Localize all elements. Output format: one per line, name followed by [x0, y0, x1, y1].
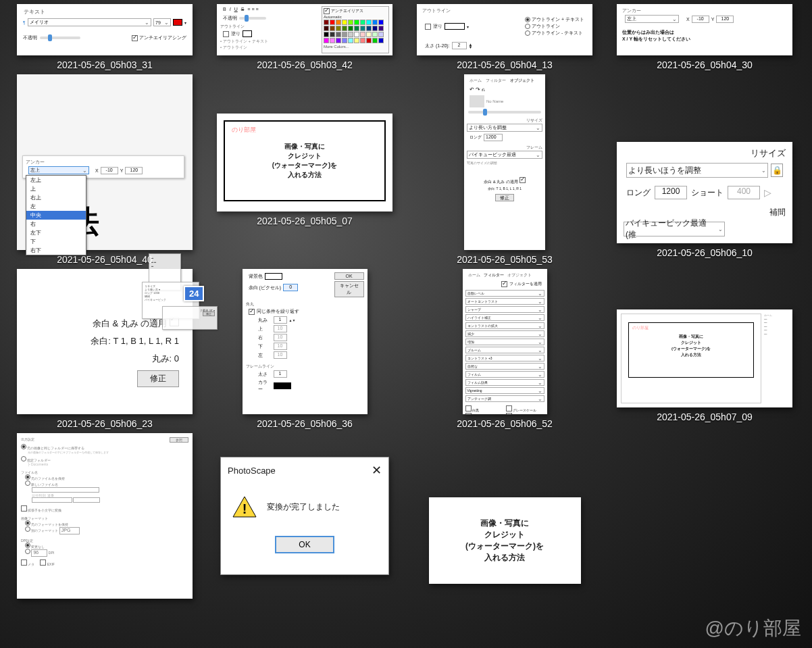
- thumbnail-caption: 2021-05-26_05h06_52: [457, 418, 553, 429]
- filter-item[interactable]: ハイライト補正: [465, 314, 544, 321]
- anchor-dropdown[interactable]: 左上上右上左 中央 右左下下右下: [26, 175, 86, 255]
- cancel-button[interactable]: キャンセル: [334, 281, 364, 297]
- warning-icon: !: [232, 495, 257, 518]
- thickness-input[interactable]: 2: [452, 42, 467, 49]
- thumbnail-caption: 2021-05-26_05h03_31: [57, 59, 153, 70]
- filter-item[interactable]: コントラスト +3: [465, 355, 544, 362]
- thumbnail-cell[interactable]: 余白 & 丸み の適用 余白: T 1, B 1, L 1, R 1 丸み: 0…: [7, 269, 203, 429]
- thumbnail-cell[interactable]: 画像・写真に クレジット (ウォーターマーク)を 入れる方法: [407, 433, 603, 599]
- aa-checkbox[interactable]: [132, 35, 138, 41]
- filter-item[interactable]: フィルム効果: [465, 379, 544, 386]
- filter-item[interactable]: 自然な: [465, 363, 544, 370]
- opacity-slider[interactable]: [40, 36, 80, 39]
- thumbnail-cell[interactable]: のり部屋 画像・写真に クレジット (ウォーターマーク)を 入れる方法 2021…: [207, 74, 403, 265]
- thumbnail-cell[interactable]: し 法 アンカー 左上 X -10 Y 120 左上上右上左 中央 右左下下右下…: [7, 74, 203, 265]
- thumbnail-caption: 2021-05-26_05h03_42: [257, 59, 353, 70]
- filter-item[interactable]: 減少: [465, 330, 544, 337]
- filter-item[interactable]: アンティーク調: [465, 395, 544, 402]
- filter-item[interactable]: コントラストの拡大: [465, 322, 544, 329]
- filter-item[interactable]: シャープ: [465, 306, 544, 313]
- close-icon[interactable]: ✕: [372, 463, 382, 478]
- filter-item[interactable]: オートコントラスト: [465, 298, 544, 305]
- thumbnail-cell[interactable]: のり部屋 画像・写真にクレジット (ウォーターマーク)を入れる方法 ホーム━━━…: [607, 269, 803, 429]
- thumbnail-caption: 2021-05-26_05h06_36: [257, 418, 353, 429]
- anchor-select[interactable]: 左上: [625, 15, 679, 23]
- thumbnail-cell[interactable]: PhotoScape ✕ ! 変換が完了しました OK: [207, 433, 403, 599]
- thumbnail-caption: 2021-05-26_05h05_53: [457, 254, 553, 265]
- resize-title: リサイズ: [624, 147, 786, 159]
- dialog-title: PhotoScape: [228, 466, 276, 476]
- filter-item[interactable]: Vignetting: [465, 387, 544, 394]
- edit-button[interactable]: 修正: [137, 370, 179, 387]
- thumbnail-cell[interactable]: 背景色 余白 (ピクセル)0 OK キャンセル 角丸 同じ条件を繰り返す 丸み1…: [207, 269, 403, 429]
- color-swatch[interactable]: [173, 19, 182, 26]
- thumbnail-cell[interactable]: テキスト ¶ メイリオ 79 ▾ 不透明 アンチエイリアシング 2021-05-…: [7, 4, 203, 70]
- ok-button[interactable]: OK: [275, 536, 334, 553]
- filter-item[interactable]: フィルム: [465, 371, 544, 378]
- edit-button[interactable]: 修正: [495, 194, 514, 201]
- panel-title: テキスト: [20, 6, 189, 18]
- thumbnail-caption: 2021-05-26_05h06_10: [657, 247, 753, 258]
- thumbnail-cell[interactable]: 出力設定参照 元の画像と同じフォルダーに保存する 元の画像のフォルダーの下にサブ…: [7, 433, 203, 599]
- lock-icon[interactable]: 🔒: [771, 164, 783, 177]
- brand-text: のり部屋: [232, 126, 256, 134]
- anchor-select-open[interactable]: 左上: [28, 166, 89, 174]
- thumbnail-cell[interactable]: リサイズ より長いほうを調整 🔒 ロング 1200 ショート 400 ▷ 補間 …: [607, 74, 803, 265]
- svg-text:!: !: [243, 501, 247, 516]
- short-input[interactable]: 400: [728, 186, 760, 199]
- thumbnail-cell[interactable]: B I U S ≡ ≡ ≡ 不透明 アウトライン 塗り • アウトライン + テ…: [207, 4, 403, 70]
- y-input[interactable]: 120: [716, 16, 734, 23]
- thumbnail-cell[interactable]: ホームフィルターオブジェクト ↶ ↷ ⎌ No Name リサイズ より長い方を…: [407, 74, 603, 265]
- play-icon[interactable]: ▷: [764, 187, 771, 198]
- long-input[interactable]: 1200: [655, 186, 687, 199]
- thumbnail-grid: テキスト ¶ メイリオ 79 ▾ 不透明 アンチエイリアシング 2021-05-…: [0, 0, 812, 603]
- thumbnail-caption: 2021-05-26_05h07_09: [657, 412, 753, 422]
- interp-select[interactable]: バイキュービック最適 (推: [624, 222, 725, 236]
- thumbnail-caption: 2021-05-26_05h06_23: [57, 418, 153, 429]
- dialog-message: 変換が完了しました: [267, 501, 340, 513]
- resize-mode-select[interactable]: より長いほうを調整: [626, 163, 768, 178]
- filter-item[interactable]: 増加: [465, 339, 544, 345]
- apply-checkbox[interactable]: [170, 317, 179, 326]
- size-select[interactable]: 79: [153, 18, 171, 26]
- thumbnail-cell[interactable]: アウトライン 塗り ▾ アウトライン + テキスト アウトライン アウトライン …: [407, 4, 603, 70]
- thumbnail-cell[interactable]: アンカー 左上 X -10 Y 120 位置からはみ出た場合は X / Y 軸を…: [607, 4, 803, 70]
- thumbnail-caption: 2021-05-26_05h05_07: [257, 216, 353, 226]
- thumbnail-caption: 2021-05-26_05h04_40: [57, 254, 153, 265]
- filter-item[interactable]: ブルーム: [465, 347, 544, 353]
- ok-button[interactable]: OK: [334, 272, 364, 280]
- x-input[interactable]: -10: [692, 16, 709, 23]
- thumbnail-caption: 2021-05-26_05h04_13: [457, 59, 553, 70]
- margin-input[interactable]: 0: [283, 284, 298, 291]
- filter-item[interactable]: 自動レベル: [465, 290, 544, 297]
- watermark-text: @のり部屋: [705, 616, 801, 641]
- font-select[interactable]: メイリオ: [28, 18, 151, 26]
- opacity-label: 不透明: [23, 34, 37, 41]
- thumbnail-caption: 2021-05-26_05h04_30: [657, 59, 753, 70]
- thumbnail-cell[interactable]: ホームフィルターオブジェクト フィルターを適用 自動レベルオートコントラストシャ…: [407, 269, 603, 429]
- color-palette[interactable]: [324, 20, 387, 43]
